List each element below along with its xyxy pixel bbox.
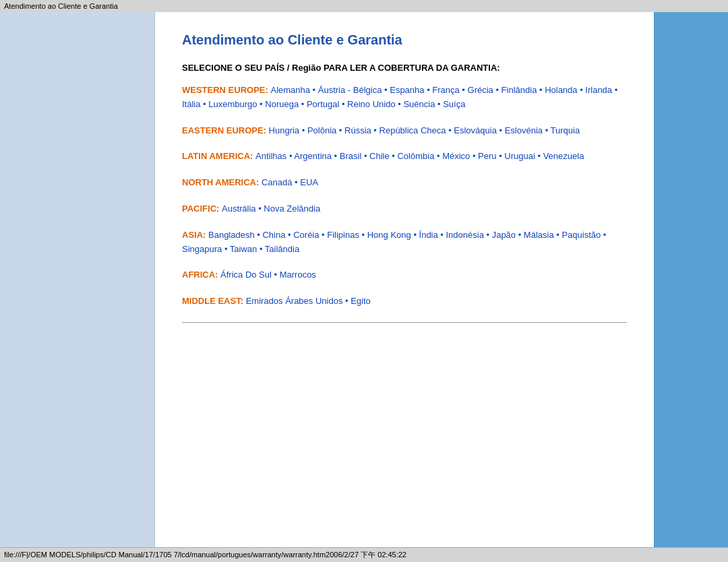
region-label-africa: AFRICA: [182,270,220,280]
sidebar-left [0,12,155,547]
region-label-eastern-europe: EASTERN EUROPE: [182,125,269,135]
status-bar-text: file:///F|/OEM MODELS/philips/CD Manual/… [4,550,406,560]
region-block-western-europe: WESTERN EUROPE: Alemanha • Áustria - Bél… [182,84,627,112]
region-links-latin-america[interactable]: Antilhas • Argentina • Brasil • Chile • … [255,151,584,161]
browser-body: Atendimento ao Cliente e Garantia SELECI… [0,12,728,547]
region-block-eastern-europe: EASTERN EUROPE: Hungria • Polônia • Rúss… [182,124,627,138]
region-label-asia: ASIA: [182,230,208,240]
region-block-africa: AFRICA: África Do Sul • Marrocos [182,268,627,282]
region-block-north-america: NORTH AMERICA: Canadá • EUA [182,176,627,190]
region-label-pacific: PACIFIC: [182,204,222,214]
region-block-middle-east: MIDDLE EAST: Emirados Árabes Unidos • Eg… [182,294,627,309]
region-label-north-america: NORTH AMERICA: [182,177,262,187]
region-block-asia: ASIA: Bangladesh • China • Coréia • Fili… [182,228,627,257]
page-title: Atendimento ao Cliente e Garantia [182,32,627,48]
regions-container: WESTERN EUROPE: Alemanha • Áustria - Bél… [182,84,627,309]
region-links-africa[interactable]: África Do Sul • Marrocos [220,270,316,280]
region-links-pacific[interactable]: Austrália • Nova Zelândia [222,204,320,214]
region-links-asia[interactable]: Bangladesh • China • Coréia • Filipinas … [182,230,606,254]
title-bar: Atendimento ao Cliente e Garantia [0,0,728,12]
region-links-eastern-europe[interactable]: Hungria • Polônia • Rússia • República C… [269,125,580,135]
region-block-latin-america: LATIN AMERICA: Antilhas • Argentina • Br… [182,150,627,164]
region-label-western-europe: WESTERN EUROPE: [182,85,270,95]
divider [182,322,627,323]
region-links-north-america[interactable]: Canadá • EUA [262,177,318,187]
region-links-middle-east[interactable]: Emirados Árabes Unidos • Egito [246,296,371,306]
section-header: SELECIONE O SEU PAÍS / Região PARA LER A… [182,63,627,73]
sidebar-right [654,12,728,547]
status-bar: file:///F|/OEM MODELS/philips/CD Manual/… [0,547,728,562]
region-block-pacific: PACIFIC: Austrália • Nova Zelândia [182,202,627,216]
title-bar-text: Atendimento ao Cliente e Garantia [4,2,118,10]
region-label-latin-america: LATIN AMERICA: [182,151,255,161]
content-area: Atendimento ao Cliente e Garantia SELECI… [155,12,654,547]
region-label-middle-east: MIDDLE EAST: [182,296,246,306]
